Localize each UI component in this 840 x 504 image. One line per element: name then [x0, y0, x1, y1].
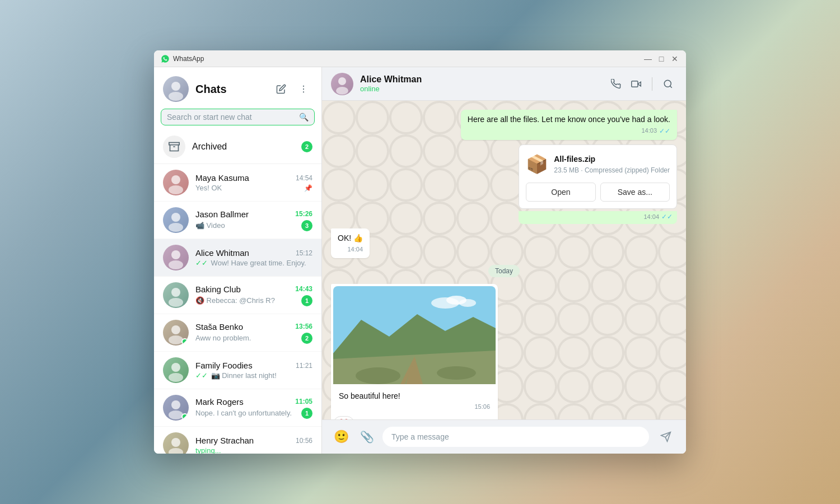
chat-item-baking[interactable]: Baking Club 14:43 🔇 Rebecca: @Chris R? 1 — [154, 277, 321, 314]
chat-name-baking: Baking Club — [195, 284, 241, 294]
voice-call-button[interactable] — [607, 75, 625, 93]
chat-preview-baking: 🔇 Rebecca: @Chris R? — [195, 296, 299, 305]
send-button[interactable] — [655, 426, 677, 448]
app-title: WhatsApp — [173, 55, 643, 63]
message-check-1: ✓✓ — [659, 127, 670, 136]
chat-preview-maya: Yes! OK — [195, 184, 304, 192]
file-name: All-files.zip — [554, 154, 670, 165]
chat-name-mark: Mark Rogers — [195, 397, 244, 407]
chat-time-mark: 11:05 — [295, 398, 312, 405]
date-badge: Today — [488, 265, 520, 277]
chat-badge-stasa: 2 — [301, 333, 312, 344]
chat-preview-henry: typing... — [195, 446, 312, 454]
zip-file-icon: 📦 — [526, 152, 548, 177]
chat-time-stasa: 13:56 — [295, 323, 312, 330]
photo-message — [333, 286, 496, 388]
chats-title: Chats — [195, 83, 272, 96]
chat-item-family[interactable]: Family Foodies 11:21 ✓✓ 📷 Dinner last ni… — [154, 352, 321, 389]
message-input-bar: 🙂 📎 — [322, 419, 686, 454]
archived-row[interactable]: Archived 2 — [154, 130, 321, 164]
chat-name-jason: Jason Ballmer — [195, 209, 249, 219]
search-chat-button[interactable] — [659, 75, 677, 93]
chat-preview-family: ✓✓ 📷 Dinner last night! — [195, 371, 312, 380]
svg-point-2 — [303, 86, 304, 87]
archive-icon — [163, 136, 185, 158]
app-body: Chats — [154, 67, 686, 454]
chat-messages: Here are all the files. Let me know once… — [322, 101, 686, 419]
video-call-button[interactable] — [627, 75, 645, 93]
svg-point-22 — [169, 448, 183, 454]
svg-point-0 — [171, 82, 180, 91]
search-input[interactable] — [167, 113, 299, 122]
chat-info-mark: Mark Rogers 11:05 Nope. I can't go unfor… — [195, 397, 312, 419]
svg-point-8 — [169, 185, 183, 194]
file-actions: Open Save as... — [526, 183, 670, 202]
avatar-stasa — [163, 320, 189, 346]
svg-point-1 — [169, 92, 183, 101]
chat-list: Maya Kasuma 14:54 Yes! OK 📌 — [154, 164, 321, 454]
check-family: ✓✓ — [195, 371, 208, 380]
pin-icon-maya: 📌 — [304, 184, 312, 192]
minimize-button[interactable]: — — [643, 54, 652, 63]
chat-preview-mark: Nope. I can't go unfortunately. — [195, 409, 299, 417]
search-icon: 🔍 — [299, 113, 309, 122]
message-meta-3: 14:04 — [338, 245, 363, 254]
avatar-jason — [163, 207, 189, 233]
avatar-family — [163, 357, 189, 383]
emoji-button[interactable]: 🙂 — [331, 427, 351, 447]
file-meta: 23.5 MB · Compressed (zipped) Folder — [554, 166, 670, 175]
chat-info-jason: Jason Ballmer 15:26 📹 Video 3 — [195, 209, 312, 231]
avatar-henry — [163, 432, 189, 454]
chat-item-stasa[interactable]: Staša Benko 13:56 Aww no problem. 2 — [154, 314, 321, 352]
svg-point-15 — [171, 325, 180, 334]
file-msg-meta: 14:04 ✓✓ — [519, 211, 677, 224]
open-file-button[interactable]: Open — [526, 183, 595, 202]
chat-item-maya[interactable]: Maya Kasuma 14:54 Yes! OK 📌 — [154, 164, 321, 202]
chat-badge-baking: 1 — [301, 295, 312, 306]
svg-rect-28 — [632, 81, 638, 87]
svg-point-7 — [171, 175, 180, 184]
user-avatar[interactable] — [163, 76, 189, 102]
message-text-3: OK! 👍 — [338, 233, 363, 244]
video-icon: 📹 — [195, 221, 204, 230]
avatar-mark — [163, 395, 189, 421]
search-input-wrapper: 🔍 — [161, 109, 315, 125]
avatar-maya — [163, 170, 189, 195]
file-details: All-files.zip 23.5 MB · Compressed (zipp… — [554, 154, 670, 175]
message-text-1: Here are all the files. Let me know once… — [468, 114, 670, 125]
svg-line-30 — [670, 86, 671, 87]
message-bubble-3: OK! 👍 14:04 — [331, 228, 370, 258]
new-chat-button[interactable] — [272, 80, 290, 98]
chat-header-avatar[interactable] — [331, 73, 353, 95]
chat-info-baking: Baking Club 14:43 🔇 Rebecca: @Chris R? 1 — [195, 284, 312, 306]
chat-item-alice[interactable]: Alice Whitman 15:12 ✓✓ Wow! Have great t… — [154, 239, 321, 277]
svg-point-9 — [171, 213, 180, 222]
svg-point-16 — [169, 335, 183, 344]
svg-point-13 — [171, 288, 180, 297]
file-msg-time: 14:04 — [643, 213, 659, 221]
right-panel: Alice Whitman online — [322, 67, 686, 454]
chat-item-mark[interactable]: Mark Rogers 11:05 Nope. I can't go unfor… — [154, 389, 321, 427]
save-file-button[interactable]: Save as... — [600, 183, 670, 202]
file-header: 📦 All-files.zip 23.5 MB · Compressed (zi… — [526, 152, 670, 177]
message-row-4: So beautiful here! 15:06 ❤️ — [331, 284, 677, 419]
attach-button[interactable]: 📎 — [357, 427, 377, 447]
chat-action-icons — [607, 75, 677, 93]
message-bubble-4: So beautiful here! 15:06 ❤️ — [331, 284, 498, 419]
message-input[interactable] — [382, 427, 649, 447]
svg-point-14 — [169, 298, 183, 307]
close-button[interactable]: ✕ — [670, 54, 679, 63]
chat-preview-stasa: Aww no problem. — [195, 334, 299, 342]
window-controls: — □ ✕ — [643, 54, 679, 63]
maximize-button[interactable]: □ — [657, 54, 666, 63]
chat-name-alice: Alice Whitman — [195, 248, 249, 258]
chat-time-family: 11:21 — [296, 362, 312, 370]
online-indicator-mark — [181, 413, 188, 420]
message-bubble-2: 📦 All-files.zip 23.5 MB · Compressed (zi… — [519, 144, 677, 224]
svg-point-3 — [303, 88, 304, 90]
chat-item-jason[interactable]: Jason Ballmer 15:26 📹 Video 3 — [154, 202, 321, 239]
chat-item-henry[interactable]: Henry Strachan 10:56 typing... — [154, 427, 321, 454]
svg-point-25 — [338, 77, 346, 85]
menu-button[interactable] — [295, 80, 312, 98]
app-window: WhatsApp — □ ✕ Chats — [154, 50, 686, 454]
